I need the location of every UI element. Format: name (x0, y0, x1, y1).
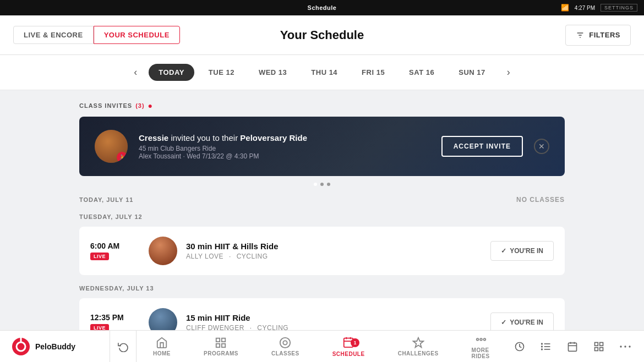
settings-button[interactable]: SETTINGS (601, 4, 637, 12)
svg-point-24 (542, 343, 543, 344)
class-meta: ALLY LOVE · CYCLING (186, 253, 482, 260)
tab-live-encore[interactable]: LIVE & ENCORE (13, 26, 94, 44)
pelobuddy-logo (11, 337, 31, 356)
header: LIVE & ENCORE YOUR SCHEDULE Your Schedul… (0, 15, 644, 55)
table-row: 12:35 PM LIVE 15 min HIIT Ride CLIFF DWE… (79, 298, 565, 330)
main-content: CLASS INVITES (3) ● 🚴 Cressie invited yo… (0, 90, 644, 330)
svg-point-18 (477, 338, 479, 341)
status-bar-title: Schedule (308, 4, 337, 11)
invite-action: invited you to their (171, 133, 240, 142)
close-invite-button[interactable]: ✕ (534, 139, 549, 154)
more-button[interactable] (613, 334, 637, 359)
svg-point-35 (620, 345, 621, 347)
filters-icon (576, 31, 585, 40)
nav-classes[interactable]: CLASSES (255, 330, 316, 362)
class-info: 15 min HIIT Ride CLIFF DWENGER · CYCLING (186, 313, 482, 330)
page-title: Your Schedule (280, 28, 364, 42)
invite-avatar: 🚴 (95, 130, 128, 163)
invite-dots (79, 183, 565, 186)
dot-3 (327, 183, 330, 186)
nav-home[interactable]: HOME (137, 330, 187, 362)
pelobuddy-label: PeloBuddy (35, 342, 75, 351)
svg-point-36 (624, 345, 626, 347)
class-invites-label: CLASS INVITES (3) ● (79, 101, 565, 110)
tab-your-schedule[interactable]: YOUR SCHEDULE (94, 26, 180, 44)
invite-card: 🚴 Cressie invited you to their Peloversa… (79, 117, 565, 176)
status-bar: Schedule 📶 4:27 PM SETTINGS (0, 0, 644, 15)
date-sat16[interactable]: SAT 16 (399, 64, 444, 81)
you-in-button[interactable]: ✓ YOU'RE IN (490, 241, 554, 261)
list-button[interactable] (534, 334, 558, 359)
more-rides-icon (475, 333, 487, 345)
class-time: 12:35 PM LIVE (90, 313, 140, 330)
grid-button[interactable] (587, 334, 611, 359)
programs-icon (215, 337, 227, 349)
date-nav: ‹ TODAY TUE 12 WED 13 THU 14 FRI 15 SAT … (0, 55, 644, 90)
svg-point-17 (480, 338, 482, 341)
bottom-nav: PeloBuddy HOME PROGRAMS CLASSES (0, 330, 644, 362)
filters-button[interactable]: FILTERS (565, 25, 631, 46)
status-bar-right: 📶 4:27 PM SETTINGS (561, 4, 637, 12)
dot-indicator: ● (148, 101, 153, 110)
refresh-button[interactable] (110, 331, 137, 363)
avatar (149, 237, 177, 265)
date-today[interactable]: TODAY (149, 64, 194, 81)
date-sun17[interactable]: SUN 17 (449, 64, 495, 81)
accept-invite-button[interactable]: ACCEPT INVITE (441, 136, 523, 157)
invite-main-text: Cressie invited you to their Peloversary… (139, 133, 430, 142)
invite-text: Cressie invited you to their Peloversary… (139, 133, 430, 160)
check-icon: ✓ (501, 319, 506, 326)
date-wed13[interactable]: WED 13 (249, 64, 297, 81)
calendar-button[interactable] (560, 334, 585, 359)
svg-point-11 (283, 341, 287, 344)
svg-point-37 (629, 345, 630, 347)
svg-rect-8 (216, 343, 220, 347)
date-fri15[interactable]: FRI 15 (352, 64, 395, 81)
check-icon: ✓ (501, 247, 506, 255)
svg-point-25 (542, 346, 543, 347)
prev-date-button[interactable]: ‹ (127, 64, 144, 81)
today-section-header: TODAY, JULY 11 No Classes (79, 196, 565, 204)
invite-sub-text: 45 min Club Bangers Ride Alex Toussaint … (139, 145, 430, 160)
calendar-icon (567, 341, 578, 352)
you-in-button[interactable]: ✓ YOU'RE IN (490, 312, 554, 330)
schedule-badge: 1 (351, 338, 359, 347)
nav-schedule[interactable]: 1 SCHEDULE (316, 330, 381, 362)
classes-icon (279, 337, 291, 349)
nav-programs[interactable]: PROGRAMS (187, 330, 255, 362)
class-info: 30 min HIIT & Hills Ride ALLY LOVE · CYC… (186, 242, 482, 260)
svg-point-26 (542, 349, 543, 350)
timer-button[interactable] (507, 334, 532, 359)
dot-1 (314, 183, 317, 186)
class-meta: CLIFF DWENGER · CYCLING (186, 324, 482, 330)
svg-rect-32 (600, 342, 603, 345)
refresh-icon (118, 341, 129, 352)
wednesday-section-header: WEDNESDAY, JULY 13 (79, 285, 565, 292)
svg-rect-9 (222, 343, 225, 347)
next-date-button[interactable]: › (500, 64, 517, 81)
date-thu14[interactable]: THU 14 (301, 64, 347, 81)
home-icon (156, 337, 168, 349)
cycle-badge-icon: 🚴 (117, 152, 128, 163)
svg-rect-34 (600, 347, 603, 350)
date-tue12[interactable]: TUE 12 (199, 64, 244, 81)
more-icon (620, 345, 631, 348)
list-icon (541, 341, 552, 352)
svg-point-10 (280, 337, 290, 347)
tuesday-section-header: TUESDAY, JULY 12 (79, 213, 565, 220)
live-badge: LIVE (90, 253, 109, 260)
timer-icon (514, 341, 525, 352)
nav-challenges[interactable]: CHALLENGES (381, 330, 455, 362)
challenges-icon (412, 337, 424, 349)
table-row: 6:00 AM LIVE 30 min HIIT & Hills Ride AL… (79, 227, 565, 275)
wifi-icon: 📶 (561, 4, 569, 12)
nav-more-rides[interactable]: MORE RIDES (455, 330, 507, 362)
pelobuddy-brand: PeloBuddy (0, 331, 110, 362)
svg-rect-33 (595, 347, 598, 350)
svg-point-19 (484, 338, 486, 341)
dot-2 (320, 183, 324, 186)
avatar (149, 308, 177, 330)
svg-rect-6 (216, 338, 220, 341)
svg-rect-31 (595, 342, 598, 345)
bottom-nav-items: HOME PROGRAMS CLASSES 1 SCHEDULE (137, 330, 507, 362)
